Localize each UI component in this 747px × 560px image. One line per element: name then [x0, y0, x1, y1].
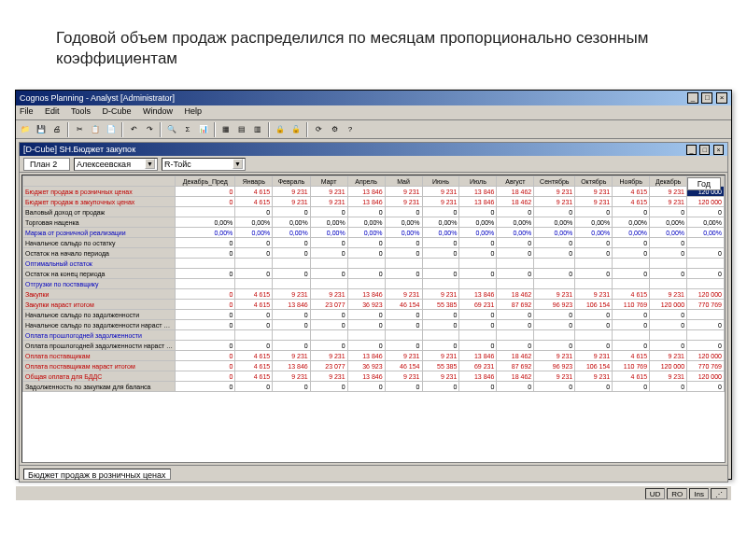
column-header[interactable]: Октябрь — [575, 176, 613, 187]
minimize-button[interactable]: _ — [687, 92, 698, 104]
cell[interactable]: 0 — [235, 320, 273, 330]
product-dropdown[interactable]: R-Тойс ▼ — [162, 158, 246, 171]
cell[interactable]: 0 — [310, 310, 347, 320]
cell[interactable] — [310, 279, 347, 289]
cell[interactable] — [497, 330, 534, 341]
cell[interactable]: 4 615 — [235, 361, 273, 371]
cell[interactable]: 4 615 — [613, 289, 650, 300]
cell[interactable]: 0 — [310, 238, 347, 248]
cell[interactable]: 9 231 — [575, 187, 613, 197]
cell[interactable] — [687, 238, 725, 248]
menu-help[interactable]: Help — [184, 106, 202, 116]
inner-minimize-button[interactable]: _ — [686, 145, 697, 155]
column-header[interactable]: Январь — [235, 176, 273, 187]
cell[interactable]: 0,00% — [176, 228, 235, 238]
cell[interactable]: 0,00% — [347, 228, 385, 238]
table-row[interactable]: Начальное сальдо по задолженности0000000… — [23, 310, 725, 320]
menu-file[interactable]: File — [20, 106, 34, 116]
cell[interactable]: 0 — [575, 382, 613, 392]
cell[interactable]: 9 231 — [422, 371, 459, 382]
cell[interactable]: 0 — [176, 361, 235, 371]
cell[interactable]: 9 231 — [310, 197, 347, 207]
cell[interactable]: 0 — [176, 300, 235, 310]
cell[interactable]: 0 — [347, 310, 385, 320]
cell[interactable] — [613, 279, 650, 289]
cell[interactable]: 0 — [422, 341, 459, 351]
cell[interactable]: 46 154 — [385, 300, 422, 310]
cell[interactable]: 0 — [176, 187, 235, 197]
cell[interactable]: 0,00% — [385, 217, 422, 228]
cell[interactable]: 0 — [235, 341, 273, 351]
cell[interactable]: 9 231 — [534, 289, 575, 300]
cell[interactable]: 0 — [273, 238, 310, 248]
tool-btn-1[interactable]: 📁 — [18, 122, 33, 137]
cell[interactable]: 0 — [273, 320, 310, 330]
cell[interactable]: 0,00% — [385, 228, 422, 238]
cell[interactable] — [534, 330, 575, 341]
tool-btn-13[interactable]: ▤ — [234, 122, 249, 137]
tool-btn-5[interactable]: 📋 — [88, 122, 103, 137]
cell[interactable] — [385, 330, 422, 341]
tool-btn-9[interactable]: 🔍 — [164, 122, 179, 137]
plan-tab[interactable]: План 2 — [23, 158, 70, 171]
cell[interactable]: 0 — [687, 341, 725, 351]
cell[interactable]: 0 — [347, 341, 385, 351]
table-row[interactable]: Отгрузки по поставщику — [23, 279, 725, 289]
cell[interactable]: 0 — [235, 207, 273, 217]
cell[interactable]: 0 — [613, 341, 650, 351]
cell[interactable]: 0 — [235, 248, 273, 259]
cell[interactable]: 0 — [534, 238, 575, 248]
cell[interactable]: 0 — [235, 310, 273, 320]
cell[interactable]: 0,00% — [176, 217, 235, 228]
cell[interactable]: 9 231 — [422, 289, 459, 300]
cell[interactable]: 0 — [273, 382, 310, 392]
cell[interactable] — [575, 279, 613, 289]
cell[interactable]: 0 — [422, 382, 459, 392]
cell[interactable] — [459, 259, 497, 269]
close-button[interactable]: × — [716, 92, 727, 104]
cell[interactable]: 0 — [459, 320, 497, 330]
cell[interactable]: 0 — [235, 269, 273, 279]
cell[interactable]: 0 — [687, 320, 725, 330]
tool-btn-12[interactable]: ▦ — [218, 122, 233, 137]
year-tab[interactable]: Год — [687, 177, 721, 190]
cell[interactable]: 9 231 — [385, 289, 422, 300]
cell[interactable] — [687, 330, 725, 341]
cell[interactable]: 0 — [176, 269, 235, 279]
row-header[interactable]: Закупки нараст итогом — [23, 300, 176, 310]
tool-btn-2[interactable]: 💾 — [34, 122, 49, 137]
cell[interactable]: 69 231 — [459, 300, 497, 310]
table-row[interactable]: Закупки04 6159 2319 23113 8469 2319 2311… — [23, 289, 725, 300]
cell[interactable]: 9 231 — [575, 351, 613, 361]
cell[interactable]: 0 — [497, 248, 534, 259]
table-row[interactable]: Оплата поставщикам04 6159 2319 23113 846… — [23, 351, 725, 361]
inner-maximize-button[interactable]: □ — [699, 145, 710, 155]
cell[interactable]: 0 — [459, 269, 497, 279]
cell[interactable]: 0,00% — [235, 217, 273, 228]
cell[interactable] — [422, 330, 459, 341]
cell[interactable]: 0,00% — [687, 228, 725, 238]
menu-dcube[interactable]: D-Cube — [102, 106, 131, 116]
column-header[interactable]: Май — [385, 176, 422, 187]
tool-btn-14[interactable]: ▥ — [250, 122, 265, 137]
cell[interactable] — [650, 279, 687, 289]
column-header[interactable]: Декабрь — [650, 176, 687, 187]
cell[interactable]: 13 846 — [459, 289, 497, 300]
cell[interactable]: 0,00% — [422, 217, 459, 228]
menu-edit[interactable]: Edit — [45, 106, 60, 116]
cell[interactable]: 0 — [422, 310, 459, 320]
cell[interactable]: 0 — [534, 269, 575, 279]
cell[interactable]: 0 — [534, 382, 575, 392]
cell[interactable]: 0 — [687, 382, 725, 392]
cell[interactable]: 106 154 — [575, 300, 613, 310]
cell[interactable]: 9 231 — [273, 371, 310, 382]
cell[interactable]: 13 846 — [347, 197, 385, 207]
table-row[interactable]: Закупки нараст итогом04 61513 84623 0773… — [23, 300, 725, 310]
cell[interactable]: 0 — [534, 310, 575, 320]
row-header[interactable]: Оптимальный остаток — [23, 259, 176, 269]
row-header[interactable]: Торговая наценка — [23, 217, 176, 228]
cell[interactable]: 13 846 — [459, 371, 497, 382]
cell[interactable] — [176, 207, 235, 217]
cell[interactable]: 0 — [310, 341, 347, 351]
table-row[interactable]: Бюджет продаж в розничных ценах04 6159 2… — [23, 187, 725, 197]
